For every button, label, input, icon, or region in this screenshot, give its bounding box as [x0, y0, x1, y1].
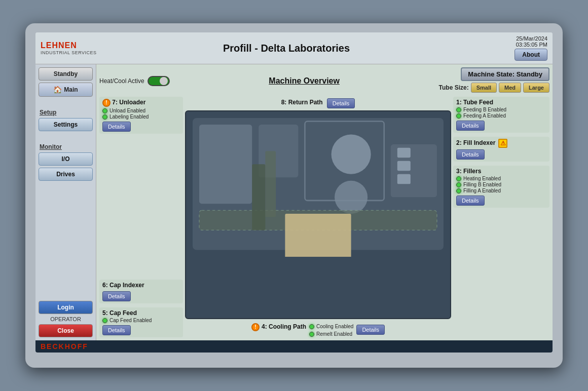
machine-diagram — [185, 110, 451, 319]
right-column: 1: Tube Feed Feeding B Enabled Feeding A… — [453, 97, 549, 337]
tube-size-large[interactable]: Large — [523, 83, 549, 93]
heat-cool-control: Heat/Cool Active — [99, 76, 170, 86]
station-6-details[interactable]: Details — [102, 291, 131, 301]
settings-button[interactable]: Settings — [39, 118, 93, 131]
station-4-icon: ! — [251, 323, 260, 331]
standby-button[interactable]: Standby — [39, 67, 93, 81]
login-button[interactable]: Login — [39, 301, 93, 314]
station-5-title: 5: Cap Feed — [102, 309, 180, 317]
header-right: 25/Mar/2024 03:35:05 PM About — [466, 35, 547, 61]
header: LEHNEN INDUSTRIAL SERVICES Profill - Del… — [35, 32, 553, 64]
toggle-knob — [160, 77, 168, 85]
hmi-container: LEHNEN INDUSTRIAL SERVICES Profill - Del… — [35, 32, 553, 353]
machine-state-box: Machine State: Standby — [461, 67, 549, 81]
left-column: ! 7: Unloader Unload Enabled Labeling En — [99, 97, 183, 337]
page-title: Profill - Delta Laboratories — [106, 43, 466, 54]
tube-size-row: Tube Size: Small Med Large — [439, 83, 549, 93]
monitor-label: Monitor — [39, 143, 93, 150]
setup-label: Setup — [39, 109, 93, 116]
station-7-icon: ! — [102, 99, 111, 107]
center-column: 8: Return Path Details — [185, 97, 451, 337]
station-1: 1: Tube Feed Feeding B Enabled Feeding A… — [453, 97, 549, 133]
diagram-area: ! 7: Unloader Unload Enabled Labeling En — [99, 97, 549, 337]
monitor-screen: LEHNEN INDUSTRIAL SERVICES Profill - Del… — [35, 32, 553, 353]
station-4-status2: Remelt Enabled — [309, 331, 353, 337]
led-feeding-b — [456, 107, 461, 112]
station-1-status2: Feeding A Enabled — [456, 113, 546, 119]
tube-size-label: Tube Size: — [439, 84, 469, 91]
home-icon: 🏠 — [53, 86, 62, 94]
led-feeding-a — [456, 113, 461, 119]
drives-button[interactable]: Drives — [39, 168, 93, 181]
station-1-title: 1: Tube Feed — [456, 99, 546, 106]
monitor-frame: LEHNEN INDUSTRIAL SERVICES Profill - Del… — [25, 23, 563, 368]
station-8-title: 8: Return Path — [281, 99, 323, 106]
station-6-title: 6: Cap Indexer — [102, 282, 180, 289]
beckhoff-footer: BECKHOFF — [35, 340, 553, 353]
content-panel: Heat/Cool Active Machine Overview Machin… — [96, 64, 553, 340]
tube-size-small[interactable]: Small — [471, 83, 497, 93]
led-filling-a — [456, 188, 461, 193]
svg-rect-13 — [265, 151, 276, 217]
heat-cool-toggle[interactable] — [148, 76, 170, 86]
station-3-title: 3: Fillers — [456, 168, 546, 175]
cooling-section: ! 4: Cooling Path Cooling Enabled — [185, 323, 451, 337]
heat-cool-label: Heat/Cool Active — [99, 77, 144, 85]
svg-rect-8 — [397, 161, 411, 171]
header-date: 25/Mar/2024 — [516, 35, 547, 42]
station-7-status1: Unload Enabled — [102, 108, 180, 113]
beckhoff-label: BECKHOFF — [41, 342, 88, 350]
led-remelt — [309, 332, 314, 337]
led-heating — [456, 176, 461, 181]
about-button[interactable]: About — [514, 49, 547, 61]
station-3-status2: Filling B Enabled — [456, 182, 546, 187]
close-button[interactable]: Close — [39, 324, 93, 337]
return-path-row: 8: Return Path Details — [185, 97, 451, 108]
station-3-details[interactable]: Details — [456, 196, 485, 206]
station-7: ! 7: Unloader Unload Enabled Labeling En — [99, 97, 183, 134]
io-button[interactable]: I/O — [39, 152, 93, 166]
led-cooling — [309, 324, 314, 329]
main-area: Standby 🏠 Main Setup Settings Monitor I/… — [35, 64, 553, 340]
station-4-status1: Cooling Enabled — [309, 324, 353, 329]
warning-icon: ⚠ — [498, 139, 507, 148]
svg-rect-7 — [397, 148, 411, 158]
main-button[interactable]: 🏠 Main — [39, 83, 93, 97]
station-8-details[interactable]: Details — [327, 98, 355, 108]
station-2-title: 2: Fill Indexer — [456, 139, 495, 146]
station-5-details[interactable]: Details — [102, 325, 131, 335]
machine-overview-title: Machine Overview — [269, 76, 340, 85]
led-unload — [102, 108, 107, 113]
station-2: 2: Fill Indexer ⚠ Details — [453, 137, 549, 162]
svg-rect-12 — [252, 164, 265, 230]
station-5: 5: Cap Feed Cap Feed Enabled Details — [99, 307, 183, 337]
svg-rect-1 — [199, 125, 252, 204]
station-3: 3: Fillers Heating Enabled Filling B Ena… — [453, 166, 549, 208]
brand: LEHNEN INDUSTRIAL SERVICES — [41, 41, 106, 55]
tube-size-med[interactable]: Med — [499, 83, 521, 93]
station-1-details[interactable]: Details — [456, 121, 485, 131]
top-right-controls: Machine State: Standby Tube Size: Small … — [439, 67, 549, 95]
led-capfeed — [102, 318, 107, 323]
station-2-details[interactable]: Details — [456, 149, 485, 160]
station-1-status1: Feeding B Enabled — [456, 107, 546, 112]
brand-subtitle: INDUSTRIAL SERVICES — [41, 50, 106, 55]
station-7-title: ! 7: Unloader — [102, 99, 180, 107]
station-4-details[interactable]: Details — [356, 325, 385, 335]
station-3-status3: Filling A Enabled — [456, 188, 546, 193]
station-6: 6: Cap Indexer Details — [99, 280, 183, 303]
brand-name: LEHNEN — [41, 41, 106, 50]
svg-point-5 — [335, 181, 368, 214]
operator-label: OPERATOR — [39, 316, 93, 322]
svg-rect-11 — [285, 214, 351, 257]
header-time: 03:35:05 PM — [516, 42, 547, 48]
svg-rect-9 — [397, 174, 411, 184]
station-5-status1: Cap Feed Enabled — [102, 318, 180, 323]
station-7-details[interactable]: Details — [102, 122, 131, 132]
svg-point-4 — [332, 135, 371, 174]
led-labeling — [102, 114, 107, 120]
top-controls-row: Heat/Cool Active Machine Overview Machin… — [99, 67, 549, 95]
station-3-status1: Heating Enabled — [456, 176, 546, 181]
station-7-status2: Labeling Enabled — [102, 114, 180, 120]
sidebar: Standby 🏠 Main Setup Settings Monitor I/… — [35, 64, 96, 340]
